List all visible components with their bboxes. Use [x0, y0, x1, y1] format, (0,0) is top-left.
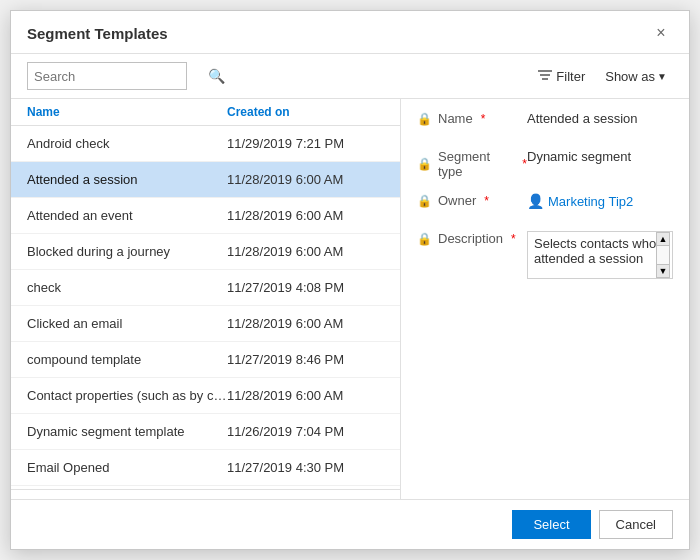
list-header-name[interactable]: Name: [27, 105, 227, 119]
list-row[interactable]: Android check11/29/2019 7:21 PM: [11, 126, 400, 162]
list-body[interactable]: Android check11/29/2019 7:21 PMAttended …: [11, 126, 400, 489]
lock-icon: 🔒: [417, 112, 432, 126]
detail-description-label: 🔒 Description *: [417, 231, 527, 246]
list-header-createdon[interactable]: Created on: [227, 105, 290, 119]
list-row[interactable]: Email Opened11/27/2019 4:30 PM: [11, 450, 400, 486]
lock-icon-4: 🔒: [417, 232, 432, 246]
list-row-date: 11/27/2019 4:30 PM: [227, 460, 344, 475]
list-row-name: Contact properties (such as by city): [27, 388, 227, 403]
list-row[interactable]: Blocked during a journey11/28/2019 6:00 …: [11, 234, 400, 270]
detail-description-container: Selects contacts who attended a session …: [527, 231, 673, 279]
toolbar: 🔍 Filter Show as ▼: [11, 54, 689, 99]
close-button[interactable]: ×: [649, 21, 673, 45]
list-row-name: Blocked during a journey: [27, 244, 227, 259]
detail-panel: 🔒 Name * Attended a session 🔒 Segment ty…: [401, 99, 689, 499]
show-as-button[interactable]: Show as ▼: [599, 65, 673, 88]
description-scrollbar: ▲ ▼: [656, 232, 670, 278]
list-row[interactable]: Attended an event11/28/2019 6:00 AM: [11, 198, 400, 234]
list-panel: Name Created on Android check11/29/2019 …: [11, 99, 401, 499]
detail-segment-type-label: 🔒 Segment type *: [417, 149, 527, 179]
list-row-date: 11/28/2019 6:00 AM: [227, 208, 343, 223]
list-row[interactable]: check11/27/2019 4:08 PM: [11, 270, 400, 306]
search-input[interactable]: [28, 69, 208, 84]
detail-name-row: 🔒 Name * Attended a session: [417, 111, 673, 135]
segment-templates-dialog: Segment Templates × 🔍 Filter Show as ▼: [10, 10, 690, 550]
list-row-date: 11/26/2019 7:04 PM: [227, 424, 344, 439]
person-icon: 👤: [527, 193, 544, 209]
list-row[interactable]: Attended a session11/28/2019 6:00 AM: [11, 162, 400, 198]
filter-button[interactable]: Filter: [532, 65, 591, 88]
list-row-date: 11/28/2019 6:00 AM: [227, 388, 343, 403]
list-row-date: 11/27/2019 8:46 PM: [227, 352, 344, 367]
list-row-name: Android check: [27, 136, 227, 151]
filter-icon: [538, 69, 552, 84]
dialog-footer: Select Cancel: [11, 499, 689, 549]
list-row-date: 11/28/2019 6:00 AM: [227, 244, 343, 259]
list-row-name: Attended a session: [27, 172, 227, 187]
content-area: Name Created on Android check11/29/2019 …: [11, 99, 689, 499]
select-button[interactable]: Select: [512, 510, 590, 539]
list-row-date: 11/28/2019 6:00 AM: [227, 172, 343, 187]
desc-scroll-up[interactable]: ▲: [656, 232, 670, 246]
list-row[interactable]: compound template11/27/2019 8:46 PM: [11, 342, 400, 378]
list-row-date: 11/28/2019 6:00 AM: [227, 316, 343, 331]
lock-icon-3: 🔒: [417, 194, 432, 208]
show-as-label: Show as: [605, 69, 655, 84]
detail-name-label: 🔒 Name *: [417, 111, 527, 126]
detail-description-row: 🔒 Description * Selects contacts who att…: [417, 231, 673, 279]
detail-segment-type-value: Dynamic segment: [527, 149, 673, 164]
detail-description-value: Selects contacts who attended a session …: [527, 231, 673, 279]
list-row-date: 11/29/2019 7:21 PM: [227, 136, 344, 151]
search-box: 🔍: [27, 62, 187, 90]
chevron-down-icon: ▼: [657, 71, 667, 82]
detail-owner-row: 🔒 Owner * 👤 Marketing Tip2: [417, 193, 673, 217]
list-row-name: compound template: [27, 352, 227, 367]
list-row[interactable]: Dynamic segment template11/26/2019 7:04 …: [11, 414, 400, 450]
list-row-date: 11/27/2019 4:08 PM: [227, 280, 344, 295]
search-icon-button[interactable]: 🔍: [208, 62, 225, 90]
cancel-button[interactable]: Cancel: [599, 510, 673, 539]
detail-owner-label: 🔒 Owner *: [417, 193, 527, 208]
dialog-titlebar: Segment Templates ×: [11, 11, 689, 54]
list-horizontal-scrollbar[interactable]: [11, 489, 400, 499]
detail-segment-type-row: 🔒 Segment type * Dynamic segment: [417, 149, 673, 179]
required-star-4: *: [511, 232, 516, 246]
required-star-3: *: [484, 194, 489, 208]
desc-scroll-down[interactable]: ▼: [656, 264, 670, 278]
required-star: *: [481, 112, 486, 126]
list-row[interactable]: Contact properties (such as by city)11/2…: [11, 378, 400, 414]
filter-label: Filter: [556, 69, 585, 84]
list-row[interactable]: Clicked an email11/28/2019 6:00 AM: [11, 306, 400, 342]
list-row-name: check: [27, 280, 227, 295]
detail-name-value: Attended a session: [527, 111, 673, 126]
list-header: Name Created on: [11, 99, 400, 126]
list-row-name: Email Opened: [27, 460, 227, 475]
detail-owner-value: 👤 Marketing Tip2: [527, 193, 673, 209]
list-row-name: Attended an event: [27, 208, 227, 223]
dialog-title: Segment Templates: [27, 25, 168, 42]
list-row-name: Clicked an email: [27, 316, 227, 331]
list-row-name: Dynamic segment template: [27, 424, 227, 439]
lock-icon-2: 🔒: [417, 157, 432, 171]
